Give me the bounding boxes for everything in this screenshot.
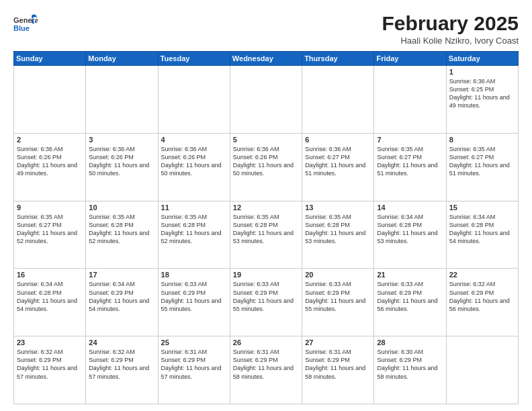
day-number: 20 (305, 271, 371, 279)
table-row: 26Sunrise: 6:31 AM Sunset: 6:29 PM Dayli… (230, 336, 302, 404)
col-monday: Monday (86, 52, 158, 66)
table-row: 17Sunrise: 6:34 AM Sunset: 6:29 PM Dayli… (86, 269, 158, 336)
table-row: 4Sunrise: 6:36 AM Sunset: 6:26 PM Daylig… (158, 133, 230, 201)
day-number: 6 (305, 136, 371, 144)
day-number: 19 (233, 271, 299, 279)
day-number: 24 (89, 338, 154, 347)
header: General Blue February 2025 Haali Kolie N… (13, 12, 519, 46)
calendar-week-row: 1Sunrise: 6:36 AM Sunset: 6:25 PM Daylig… (14, 66, 519, 134)
table-row: 14Sunrise: 6:34 AM Sunset: 6:28 PM Dayli… (374, 201, 446, 269)
day-number: 25 (161, 338, 227, 347)
calendar-header-row: Sunday Monday Tuesday Wednesday Thursday… (14, 52, 519, 66)
table-row (14, 66, 86, 134)
table-row: 25Sunrise: 6:31 AM Sunset: 6:29 PM Dayli… (158, 336, 230, 404)
day-info: Sunrise: 6:35 AM Sunset: 6:28 PM Dayligh… (305, 213, 371, 246)
day-number: 27 (305, 338, 371, 347)
month-title: February 2025 (382, 12, 519, 34)
calendar-week-row: 23Sunrise: 6:32 AM Sunset: 6:29 PM Dayli… (14, 336, 519, 404)
day-number: 17 (89, 271, 154, 279)
table-row: 16Sunrise: 6:34 AM Sunset: 6:28 PM Dayli… (14, 269, 86, 336)
col-thursday: Thursday (302, 52, 374, 66)
day-info: Sunrise: 6:34 AM Sunset: 6:28 PM Dayligh… (377, 213, 443, 246)
day-info: Sunrise: 6:35 AM Sunset: 6:27 PM Dayligh… (17, 213, 83, 246)
day-info: Sunrise: 6:35 AM Sunset: 6:27 PM Dayligh… (449, 145, 515, 178)
day-info: Sunrise: 6:33 AM Sunset: 6:29 PM Dayligh… (305, 280, 371, 313)
day-info: Sunrise: 6:32 AM Sunset: 6:29 PM Dayligh… (89, 348, 154, 381)
location: Haali Kolie Nzikro, Ivory Coast (382, 36, 519, 46)
table-row: 28Sunrise: 6:30 AM Sunset: 6:29 PM Dayli… (374, 336, 446, 404)
day-number: 23 (17, 338, 83, 347)
table-row: 21Sunrise: 6:33 AM Sunset: 6:29 PM Dayli… (374, 269, 446, 336)
day-info: Sunrise: 6:35 AM Sunset: 6:28 PM Dayligh… (233, 213, 299, 246)
day-info: Sunrise: 6:36 AM Sunset: 6:26 PM Dayligh… (89, 145, 154, 178)
day-number: 28 (377, 338, 443, 347)
day-number: 11 (161, 203, 227, 212)
table-row: 3Sunrise: 6:36 AM Sunset: 6:26 PM Daylig… (86, 133, 158, 201)
day-info: Sunrise: 6:33 AM Sunset: 6:29 PM Dayligh… (233, 280, 299, 313)
table-row: 1Sunrise: 6:36 AM Sunset: 6:25 PM Daylig… (446, 66, 518, 134)
table-row: 5Sunrise: 6:36 AM Sunset: 6:26 PM Daylig… (230, 133, 302, 201)
day-number: 2 (17, 136, 83, 144)
day-info: Sunrise: 6:36 AM Sunset: 6:27 PM Dayligh… (305, 145, 371, 178)
day-number: 3 (89, 136, 154, 144)
table-row (158, 66, 230, 134)
day-number: 12 (233, 203, 299, 212)
col-wednesday: Wednesday (230, 52, 302, 66)
table-row: 8Sunrise: 6:35 AM Sunset: 6:27 PM Daylig… (446, 133, 518, 201)
day-number: 22 (449, 271, 515, 279)
day-info: Sunrise: 6:36 AM Sunset: 6:25 PM Dayligh… (449, 77, 515, 110)
day-number: 5 (233, 136, 299, 144)
calendar-week-row: 16Sunrise: 6:34 AM Sunset: 6:28 PM Dayli… (14, 269, 519, 336)
day-info: Sunrise: 6:30 AM Sunset: 6:29 PM Dayligh… (377, 348, 443, 381)
day-number: 15 (449, 203, 515, 212)
day-info: Sunrise: 6:32 AM Sunset: 6:29 PM Dayligh… (449, 280, 515, 313)
col-sunday: Sunday (14, 52, 86, 66)
day-number: 9 (17, 203, 83, 212)
col-friday: Friday (374, 52, 446, 66)
table-row: 18Sunrise: 6:33 AM Sunset: 6:29 PM Dayli… (158, 269, 230, 336)
page: General Blue February 2025 Haali Kolie N… (0, 0, 532, 411)
table-row: 19Sunrise: 6:33 AM Sunset: 6:29 PM Dayli… (230, 269, 302, 336)
table-row: 9Sunrise: 6:35 AM Sunset: 6:27 PM Daylig… (14, 201, 86, 269)
day-number: 26 (233, 338, 299, 347)
day-info: Sunrise: 6:36 AM Sunset: 6:26 PM Dayligh… (17, 145, 83, 178)
table-row: 13Sunrise: 6:35 AM Sunset: 6:28 PM Dayli… (302, 201, 374, 269)
calendar-week-row: 2Sunrise: 6:36 AM Sunset: 6:26 PM Daylig… (14, 133, 519, 201)
table-row: 7Sunrise: 6:35 AM Sunset: 6:27 PM Daylig… (374, 133, 446, 201)
col-saturday: Saturday (446, 52, 518, 66)
day-info: Sunrise: 6:31 AM Sunset: 6:29 PM Dayligh… (305, 348, 371, 381)
day-info: Sunrise: 6:32 AM Sunset: 6:29 PM Dayligh… (17, 348, 83, 381)
svg-text:General: General (13, 16, 38, 24)
day-number: 7 (377, 136, 443, 144)
table-row: 15Sunrise: 6:34 AM Sunset: 6:28 PM Dayli… (446, 201, 518, 269)
calendar-table: Sunday Monday Tuesday Wednesday Thursday… (13, 51, 519, 404)
day-number: 21 (377, 271, 443, 279)
table-row: 22Sunrise: 6:32 AM Sunset: 6:29 PM Dayli… (446, 269, 518, 336)
day-number: 4 (161, 136, 227, 144)
day-number: 14 (377, 203, 443, 212)
day-info: Sunrise: 6:34 AM Sunset: 6:29 PM Dayligh… (89, 280, 154, 313)
day-info: Sunrise: 6:34 AM Sunset: 6:28 PM Dayligh… (17, 280, 83, 313)
table-row: 20Sunrise: 6:33 AM Sunset: 6:29 PM Dayli… (302, 269, 374, 336)
day-info: Sunrise: 6:33 AM Sunset: 6:29 PM Dayligh… (161, 280, 227, 313)
table-row: 24Sunrise: 6:32 AM Sunset: 6:29 PM Dayli… (86, 336, 158, 404)
day-info: Sunrise: 6:34 AM Sunset: 6:28 PM Dayligh… (449, 213, 515, 246)
day-info: Sunrise: 6:35 AM Sunset: 6:28 PM Dayligh… (89, 213, 154, 246)
table-row (374, 66, 446, 134)
logo-icon: General Blue (13, 12, 38, 34)
title-block: February 2025 Haali Kolie Nzikro, Ivory … (382, 12, 519, 46)
svg-text:Blue: Blue (13, 24, 30, 32)
day-info: Sunrise: 6:31 AM Sunset: 6:29 PM Dayligh… (161, 348, 227, 381)
table-row (302, 66, 374, 134)
day-info: Sunrise: 6:35 AM Sunset: 6:27 PM Dayligh… (377, 145, 443, 178)
day-number: 10 (89, 203, 154, 212)
day-info: Sunrise: 6:31 AM Sunset: 6:29 PM Dayligh… (233, 348, 299, 381)
table-row: 12Sunrise: 6:35 AM Sunset: 6:28 PM Dayli… (230, 201, 302, 269)
day-number: 16 (17, 271, 83, 279)
calendar-week-row: 9Sunrise: 6:35 AM Sunset: 6:27 PM Daylig… (14, 201, 519, 269)
logo: General Blue (13, 12, 38, 34)
table-row: 11Sunrise: 6:35 AM Sunset: 6:28 PM Dayli… (158, 201, 230, 269)
table-row (230, 66, 302, 134)
day-number: 8 (449, 136, 515, 144)
col-tuesday: Tuesday (158, 52, 230, 66)
